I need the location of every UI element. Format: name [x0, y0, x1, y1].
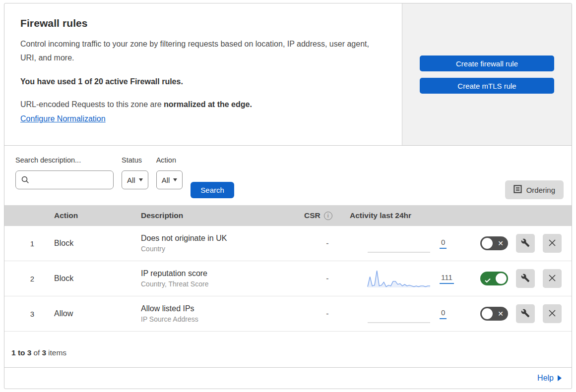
rule-fields: Country, Threat Score: [141, 280, 302, 288]
page-description: Control incoming traffic to your zone by…: [20, 37, 382, 65]
rule-description-cell: Allow listed IPs IP Source Address: [141, 304, 302, 323]
rule-description: Allow listed IPs: [141, 304, 302, 313]
search-label: Search description...: [15, 156, 114, 165]
rule-action: Block: [54, 274, 141, 283]
filter-bar: Search description... Status All Action …: [4, 146, 572, 205]
rule-description-cell: Does not originate in UK Country: [141, 234, 302, 253]
rule-position: 3: [4, 310, 54, 318]
table-row: 1 Block Does not originate in UK Country…: [4, 226, 572, 261]
edit-rule-button[interactable]: [516, 269, 535, 288]
edit-rule-button[interactable]: [516, 234, 535, 253]
pagination-summary: 1 to 3 of 3 items: [4, 332, 572, 368]
toggle-knob: [482, 238, 493, 249]
action-select[interactable]: All: [156, 170, 183, 189]
search-input-wrap: [15, 170, 114, 189]
table-row: 2 Block IP reputation score Country, Thr…: [4, 261, 572, 296]
ordering-button-label: Ordering: [526, 186, 555, 194]
action-select-value: All: [162, 176, 170, 184]
arrow-right-icon: [558, 375, 562, 381]
help-link-label: Help: [537, 374, 554, 383]
action-label: Action: [156, 156, 183, 165]
rule-csr: -: [302, 239, 342, 248]
table-header: Action Description CSR i Activity last 2…: [4, 205, 572, 226]
rule-description: Does not originate in UK: [141, 234, 302, 243]
column-action: Action: [54, 211, 141, 220]
activity-count-link[interactable]: 0: [440, 238, 447, 249]
rule-description: IP reputation score: [141, 269, 302, 278]
rule-fields: Country: [141, 245, 302, 253]
pagination-items: items: [48, 348, 66, 357]
rule-controls: ✕: [474, 234, 572, 253]
search-input[interactable]: [15, 170, 114, 189]
rule-csr: -: [302, 274, 342, 283]
pagination-of: of: [33, 348, 40, 357]
rule-activity-cell: 0: [342, 232, 474, 254]
help-bar: Help: [4, 368, 572, 389]
column-csr-label: CSR: [304, 211, 320, 220]
ordering-list-icon: [513, 185, 522, 195]
wrench-icon: [521, 309, 530, 319]
column-csr: CSR i: [302, 211, 342, 220]
x-icon: ✕: [498, 310, 504, 317]
rule-controls: ✕: [474, 269, 572, 288]
delete-rule-button[interactable]: [543, 234, 562, 253]
activity-sparkline: [367, 268, 431, 289]
hero-text-block: Firewall rules Control incoming traffic …: [4, 3, 402, 145]
activity-count-link[interactable]: 0: [440, 308, 447, 319]
wrench-icon: [521, 238, 530, 249]
rule-action: Allow: [54, 309, 141, 318]
help-link[interactable]: Help: [537, 374, 562, 383]
hero-section: Firewall rules Control incoming traffic …: [4, 3, 572, 146]
status-select[interactable]: All: [122, 170, 148, 189]
normalization-note-bold: normalized at the edge.: [164, 100, 252, 109]
check-icon: [485, 276, 491, 285]
x-icon: ✕: [498, 240, 504, 247]
activity-sparkline: [367, 303, 431, 325]
activity-count-link[interactable]: 111: [440, 273, 454, 284]
delete-rule-button[interactable]: [543, 304, 562, 323]
action-filter-group: Action All: [156, 156, 183, 189]
status-select-value: All: [127, 176, 135, 184]
configure-normalization-link[interactable]: Configure Normalization: [20, 114, 106, 123]
close-icon: [548, 309, 556, 319]
rule-controls: ✕: [474, 304, 572, 323]
rule-enabled-toggle[interactable]: ✕: [480, 272, 508, 285]
close-icon: [548, 239, 556, 248]
firewall-rules-page: Firewall rules Control incoming traffic …: [4, 3, 572, 389]
rule-position: 1: [4, 239, 54, 248]
rule-activity-cell: 0: [342, 303, 474, 325]
close-icon: [548, 274, 556, 283]
edit-rule-button[interactable]: [516, 304, 535, 323]
rule-activity-cell: 111: [342, 268, 474, 289]
rule-description-cell: IP reputation score Country, Threat Scor…: [141, 269, 302, 288]
wrench-icon: [521, 274, 530, 284]
normalization-note-prefix: URL-encoded Requests to this zone are: [20, 100, 162, 109]
create-firewall-rule-button[interactable]: Create firewall rule: [420, 56, 554, 71]
status-filter-group: Status All: [122, 156, 148, 189]
toggle-knob: [482, 308, 493, 319]
rule-enabled-toggle[interactable]: ✕: [480, 236, 508, 250]
table-row: 3 Allow Allow listed IPs IP Source Addre…: [4, 296, 572, 332]
delete-rule-button[interactable]: [543, 269, 562, 288]
usage-summary: You have used 1 of 20 active Firewall ru…: [20, 76, 382, 88]
chevron-down-icon: [173, 178, 177, 181]
rule-action: Block: [54, 239, 141, 248]
actions-panel: Create firewall rule Create mTLS rule: [402, 3, 572, 145]
pagination-total: 3: [42, 348, 46, 357]
ordering-button[interactable]: Ordering: [505, 180, 564, 199]
normalization-note: URL-encoded Requests to this zone are no…: [20, 99, 382, 111]
create-mtls-rule-button[interactable]: Create mTLS rule: [420, 78, 554, 94]
toggle-knob: [496, 273, 507, 284]
search-button[interactable]: Search: [191, 182, 234, 198]
pagination-range: 1 to 3: [11, 348, 31, 357]
rule-csr: -: [302, 309, 342, 318]
column-description: Description: [141, 211, 302, 220]
rule-position: 2: [4, 275, 54, 283]
column-activity: Activity last 24hr: [342, 211, 474, 220]
info-icon[interactable]: i: [324, 212, 332, 220]
rule-fields: IP Source Address: [141, 315, 302, 323]
rule-enabled-toggle[interactable]: ✕: [480, 307, 508, 321]
status-label: Status: [122, 156, 148, 165]
chevron-down-icon: [139, 178, 143, 181]
page-title: Firewall rules: [20, 16, 382, 30]
